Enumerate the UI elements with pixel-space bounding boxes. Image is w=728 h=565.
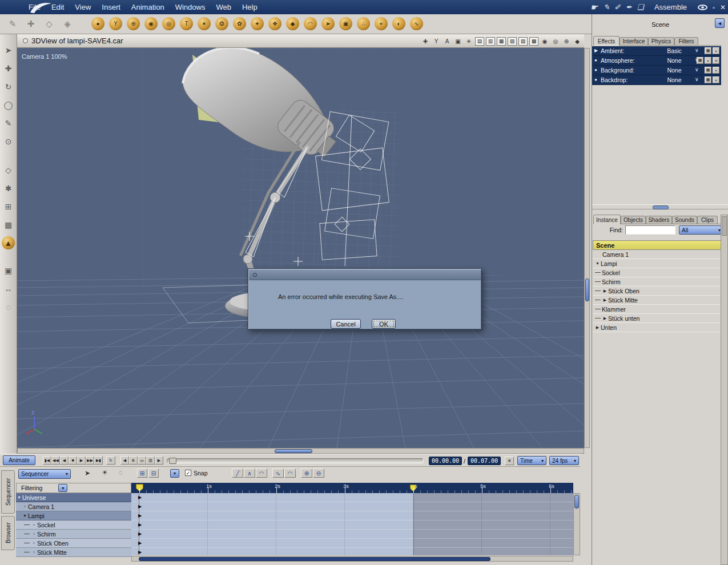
seq-item-stueck-mitte[interactable]: ›Stück Mitte	[16, 548, 131, 557]
prev-keyframe-button[interactable]: ◀	[120, 456, 129, 465]
collapse-tracks-button[interactable]: ⊟	[148, 469, 159, 478]
property-menu-button[interactable]: ▦	[705, 76, 711, 83]
tree-header-scene[interactable]: Scene	[593, 240, 725, 250]
fast-forward-button[interactable]: ▶▶	[86, 456, 94, 465]
bone-display-icon[interactable]: Y	[432, 37, 441, 46]
panel-splitter[interactable]	[592, 204, 728, 209]
sequencer-hscrollbar[interactable]	[131, 556, 573, 562]
bezier-tween-button[interactable]: ◠	[256, 469, 267, 478]
viewport-canvas[interactable]: Z	[17, 48, 584, 448]
clear-time-button[interactable]: ✕	[505, 457, 514, 465]
tab-objects[interactable]: Objects	[621, 216, 646, 224]
zoom-in-button[interactable]: ⊕	[301, 469, 312, 478]
keyframe-marker[interactable]: ▶	[138, 505, 142, 509]
chevron-down-icon[interactable]: ∨	[695, 76, 699, 82]
expand-arrow-icon[interactable]: ›	[22, 505, 28, 508]
menu-edit[interactable]: Edit	[51, 3, 64, 11]
menu-insert[interactable]: Insert	[102, 3, 120, 11]
property-menu-button[interactable]: ▦	[705, 47, 711, 54]
insert-arrow-icon[interactable]: ➤	[321, 17, 335, 30]
viewport-hscrollbar-thumb[interactable]	[275, 449, 312, 453]
insert-text-icon[interactable]: T	[180, 17, 193, 30]
textured-mode-icon[interactable]: ▩	[529, 37, 538, 46]
menu-web[interactable]: Web	[216, 3, 231, 11]
tree-item-stueck-unten[interactable]: ▶Stück unten	[593, 314, 725, 323]
loop-button[interactable]: ↻	[106, 456, 115, 465]
insert-spline-object-icon[interactable]: ⊕	[127, 17, 140, 30]
seq-item-sockel[interactable]: ›Sockel	[16, 520, 131, 530]
expand-arrow-icon[interactable]: ▼	[594, 261, 601, 265]
tab-shaders[interactable]: Shaders	[646, 216, 672, 224]
insert-bone-icon[interactable]: ∿	[410, 17, 423, 30]
expand-arrow-icon[interactable]: ▶	[602, 289, 608, 293]
pose-icon[interactable]: ✚	[421, 37, 430, 46]
tab-instance[interactable]: Instance	[593, 215, 621, 224]
keyframe-marker[interactable]: ▶	[138, 495, 142, 500]
property-menu-button[interactable]: ▦	[705, 67, 711, 74]
tab-filters[interactable]: Filters	[674, 37, 698, 45]
chevron-down-icon[interactable]: ∨	[695, 67, 699, 72]
expand-arrow-icon[interactable]: ▶	[602, 298, 608, 302]
dialog-close-widget[interactable]	[253, 273, 257, 277]
viewport-menu-dot-icon[interactable]	[23, 38, 28, 43]
insert-vertex-object-icon[interactable]: Y	[109, 17, 122, 30]
move-tool[interactable]: ✚	[2, 62, 15, 75]
end-time-marker[interactable]	[410, 485, 416, 491]
mesh-tool[interactable]: ▦	[2, 218, 15, 231]
tab-sounds[interactable]: Sounds	[672, 216, 697, 224]
go-start-button[interactable]: ▮◀	[43, 456, 51, 465]
sequencer-vscrollbar-thumb[interactable]	[574, 495, 579, 508]
find-input[interactable]	[625, 225, 675, 235]
viewport-vscrollbar-thumb[interactable]	[585, 279, 589, 301]
filter-dropdown[interactable]: All ▾	[679, 225, 723, 235]
tree-item-stueck-mitte[interactable]: ▶Stück Mitte	[593, 296, 725, 305]
spray-tool[interactable]: ✱	[2, 181, 15, 195]
filtering-dropdown[interactable]: ▾	[58, 484, 67, 492]
keyframe-marker[interactable]: ▶	[138, 550, 142, 555]
cancel-button[interactable]: Cancel	[331, 319, 361, 329]
splitter-handle[interactable]	[653, 205, 669, 209]
expand-arrow-icon[interactable]: ›	[31, 550, 37, 554]
tab-sequencer[interactable]: Sequencer	[1, 470, 15, 514]
time-mode-dropdown[interactable]: Time▾	[517, 456, 546, 465]
insert-camera-icon[interactable]: ▣	[339, 17, 352, 30]
current-time-field[interactable]: 00.00.00	[429, 457, 462, 465]
pointer-tool-icon[interactable]: ➤	[85, 469, 90, 477]
insert-rock-icon[interactable]: ◆	[286, 17, 299, 30]
pan-tool[interactable]: ↔	[2, 282, 15, 295]
tree-item-klammer[interactable]: Klammer	[593, 305, 725, 314]
render-preview-icon[interactable]: ☀	[102, 469, 108, 477]
time-slider[interactable]	[167, 458, 424, 463]
eyedropper-tool[interactable]: ✎	[2, 116, 15, 130]
menu-windows[interactable]: Windows	[175, 3, 206, 11]
expand-arrow-icon[interactable]: ›	[31, 541, 37, 545]
collapse-panel-button[interactable]: ◂	[715, 18, 725, 28]
expand-arrow-icon[interactable]: ▼	[22, 514, 28, 518]
expand-arrow-icon[interactable]: ▶	[602, 316, 608, 321]
sequencer-vscrollbar[interactable]	[573, 493, 580, 555]
seq-item-lampi[interactable]: ▼Lampi	[16, 511, 131, 520]
pen-mode-icon[interactable]: ✎	[603, 3, 611, 11]
panel-scrollbar[interactable]	[721, 215, 728, 565]
knife-tool-icon[interactable]: ✎	[6, 17, 19, 31]
nib-mode-icon[interactable]: ✒	[626, 3, 634, 11]
go-end-button[interactable]: ▶▮	[94, 456, 103, 465]
stop-button[interactable]: ■	[69, 456, 77, 465]
menu-view[interactable]: View	[75, 3, 91, 11]
zoom-out-button[interactable]: ⊖	[313, 469, 324, 478]
insert-metaball-icon[interactable]: ◉	[144, 17, 158, 30]
add-keyframe-button[interactable]: ⊕	[129, 456, 138, 465]
tablet-mode-icon[interactable]: ❏	[637, 3, 646, 11]
insert-terrain-icon[interactable]: ◠	[304, 17, 317, 30]
seq-item-stueck-oben[interactable]: ›Stück Oben	[16, 539, 131, 548]
tab-clips[interactable]: Clips	[697, 216, 718, 224]
time-slider-thumb[interactable]	[169, 458, 176, 464]
fps-dropdown[interactable]: 24 fps▾	[549, 456, 579, 465]
drop-tool-icon[interactable]: ◈	[61, 17, 74, 31]
tab-effects[interactable]: Effects	[593, 36, 620, 46]
insert-target-icon[interactable]: ⌖	[375, 17, 388, 30]
property-edit-button[interactable]: ▪	[705, 57, 711, 64]
key-mode-button[interactable]: ▭	[138, 456, 146, 465]
insert-star-icon[interactable]: ❂	[215, 17, 228, 30]
flat-mode-icon[interactable]: ▦	[497, 37, 506, 46]
